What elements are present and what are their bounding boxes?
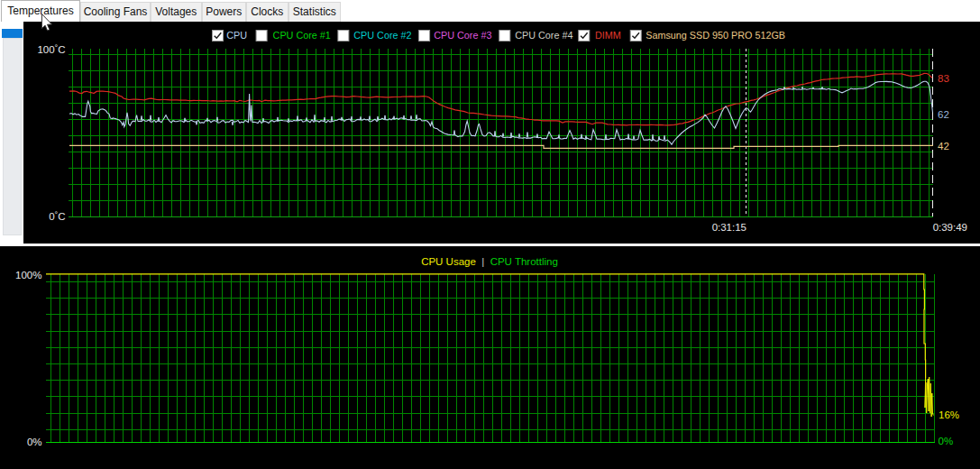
svg-text:83: 83 bbox=[938, 73, 949, 84]
svg-text:Samsung SSD 950 PRO 512GB: Samsung SSD 950 PRO 512GB bbox=[646, 30, 785, 41]
svg-text:0:31:15: 0:31:15 bbox=[712, 222, 746, 233]
svg-text:CPU: CPU bbox=[226, 30, 247, 41]
svg-text:42: 42 bbox=[938, 141, 949, 152]
svg-text:62: 62 bbox=[938, 109, 949, 120]
svg-text:CPU Core #2: CPU Core #2 bbox=[353, 30, 411, 41]
svg-text:100°C: 100°C bbox=[37, 43, 65, 55]
svg-text:0:39:49: 0:39:49 bbox=[933, 222, 967, 233]
svg-text:0%: 0% bbox=[27, 437, 42, 447]
svg-text:0%: 0% bbox=[939, 436, 954, 446]
svg-text:DIMM: DIMM bbox=[595, 30, 621, 41]
svg-text:CPU Core #1: CPU Core #1 bbox=[273, 30, 331, 41]
svg-text:CPU Core #4: CPU Core #4 bbox=[515, 30, 572, 41]
svg-text:16%: 16% bbox=[939, 409, 959, 420]
svg-text:100%: 100% bbox=[15, 270, 41, 280]
svg-text:CPU Core #3: CPU Core #3 bbox=[434, 30, 491, 41]
svg-text:0°C: 0°C bbox=[49, 210, 65, 222]
svg-text:CPU Usage | CPU Throttling: CPU Usage | CPU Throttling bbox=[421, 256, 558, 267]
